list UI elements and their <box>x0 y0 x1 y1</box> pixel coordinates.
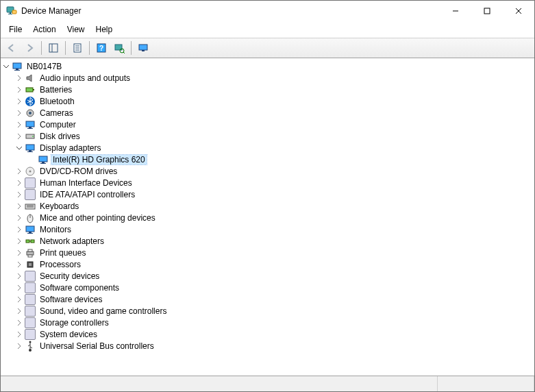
tree-node-label: Monitors <box>38 225 73 234</box>
expand-toggle[interactable] <box>1 61 12 72</box>
tree-node-label: Cameras <box>38 108 75 118</box>
svg-rect-22 <box>16 69 18 70</box>
computer-icon <box>25 119 36 130</box>
expand-toggle[interactable] <box>14 143 25 154</box>
tree-node-label: Universal Serial Bus controllers <box>38 341 155 351</box>
tree-category-node[interactable]: Display adapters <box>14 142 534 154</box>
svg-rect-3 <box>12 10 16 14</box>
tree-category-node[interactable]: DVD/CD-ROM drives <box>14 165 534 177</box>
expand-toggle[interactable] <box>14 247 25 258</box>
tree-node-label: Mice and other pointing devices <box>38 213 157 223</box>
toolbar-help[interactable]: ? <box>93 40 110 56</box>
tree-category-node[interactable]: Disk drives <box>14 130 534 142</box>
expand-spacer <box>27 154 38 165</box>
tree-node-label: Print queues <box>38 248 87 258</box>
svg-point-33 <box>32 136 34 137</box>
status-bar <box>1 376 534 391</box>
device-tree[interactable]: NB0147BAudio inputs and outputsBatteries… <box>1 58 534 376</box>
svg-rect-47 <box>26 226 34 232</box>
tree-node-label: Security devices <box>38 271 101 281</box>
toolbar-separator <box>65 41 66 55</box>
svg-rect-31 <box>27 128 33 129</box>
expand-toggle[interactable] <box>14 201 25 212</box>
tree-category-node[interactable]: Bluetooth <box>14 95 534 107</box>
svg-rect-54 <box>28 249 32 252</box>
minimize-button[interactable] <box>440 1 471 21</box>
menu-action[interactable]: Action <box>27 23 61 36</box>
storage-icon <box>25 317 36 328</box>
tree-node-label: Human Interface Devices <box>38 178 134 188</box>
tree-node-label: Storage controllers <box>38 318 110 328</box>
maximize-button[interactable] <box>471 1 503 21</box>
tree-category-node[interactable]: Processors <box>14 258 534 270</box>
tree-node-label: Processors <box>38 260 82 269</box>
expand-toggle[interactable] <box>14 177 25 188</box>
tree-category-node[interactable]: Cameras <box>14 107 534 119</box>
tree-node-label: Computer <box>38 120 77 130</box>
tree-category-node[interactable]: Network adapters <box>14 235 534 247</box>
expand-toggle[interactable] <box>14 224 25 235</box>
tree-category-node[interactable]: Print queues <box>14 247 534 258</box>
tree-category-node[interactable]: Computer <box>14 119 534 130</box>
tree-device-node[interactable]: Intel(R) HD Graphics 620 <box>27 154 534 165</box>
app-icon <box>6 5 17 16</box>
expand-toggle[interactable] <box>14 84 25 95</box>
close-button[interactable] <box>503 1 534 21</box>
usb-icon <box>25 341 36 352</box>
tree-category-node[interactable]: Human Interface Devices <box>14 177 534 188</box>
computer-icon <box>12 61 23 72</box>
expand-toggle[interactable] <box>14 306 25 317</box>
toolbar-forward[interactable] <box>21 40 38 56</box>
toolbar-back[interactable] <box>3 40 20 56</box>
svg-rect-49 <box>27 233 33 234</box>
tree-category-node[interactable]: Storage controllers <box>14 317 534 328</box>
expand-toggle[interactable] <box>14 282 25 293</box>
expand-toggle[interactable] <box>14 259 25 270</box>
tree-category-node[interactable]: Software components <box>14 282 534 293</box>
speaker-icon <box>25 73 36 84</box>
expand-toggle[interactable] <box>14 119 25 130</box>
toolbar-show-hide-tree[interactable] <box>45 40 62 56</box>
expand-toggle[interactable] <box>14 189 25 200</box>
tree-category-node[interactable]: Keyboards <box>14 200 534 212</box>
expand-toggle[interactable] <box>14 212 25 223</box>
status-pane <box>438 376 534 391</box>
ide-icon <box>25 189 36 200</box>
battery-icon <box>25 84 36 95</box>
tree-category-node[interactable]: Audio inputs and outputs <box>14 72 534 84</box>
menu-help[interactable]: Help <box>90 23 119 36</box>
svg-rect-2 <box>8 14 12 14</box>
expand-toggle[interactable] <box>14 108 25 119</box>
toolbar-properties[interactable] <box>69 40 86 56</box>
tree-category-node[interactable]: Mice and other pointing devices <box>14 212 534 223</box>
tree-category-node[interactable]: System devices <box>14 328 534 340</box>
menu-view[interactable]: View <box>62 23 90 36</box>
tree-root-node[interactable]: NB0147B <box>1 60 534 72</box>
expand-toggle[interactable] <box>14 341 25 352</box>
tree-category-node[interactable]: Monitors <box>14 223 534 235</box>
toolbar-display[interactable] <box>135 40 151 56</box>
expand-toggle[interactable] <box>14 131 25 142</box>
expand-toggle[interactable] <box>14 96 25 107</box>
svg-rect-35 <box>29 150 32 151</box>
tree-category-node[interactable]: Sound, video and game controllers <box>14 305 534 317</box>
expand-toggle[interactable] <box>14 317 25 328</box>
tree-category-node[interactable]: Batteries <box>14 84 534 95</box>
expand-toggle[interactable] <box>14 166 25 177</box>
tree-category-node[interactable]: Security devices <box>14 270 534 282</box>
tree-category-node[interactable]: IDE ATA/ATAPI controllers <box>14 188 534 200</box>
expand-toggle[interactable] <box>14 236 25 247</box>
toolbar-scan-hardware[interactable] <box>111 40 127 56</box>
tree-category-node[interactable]: Software devices <box>14 293 534 305</box>
expand-toggle[interactable] <box>14 294 25 305</box>
menu-file[interactable]: File <box>3 23 27 36</box>
system-icon <box>25 329 36 340</box>
svg-rect-21 <box>13 63 21 69</box>
svg-line-18 <box>123 52 125 53</box>
expand-toggle[interactable] <box>14 73 25 84</box>
tree-node-label: Batteries <box>38 85 73 95</box>
svg-rect-30 <box>29 127 32 128</box>
tree-category-node[interactable]: Universal Serial Bus controllers <box>14 340 534 352</box>
expand-toggle[interactable] <box>14 329 25 340</box>
expand-toggle[interactable] <box>14 271 25 282</box>
